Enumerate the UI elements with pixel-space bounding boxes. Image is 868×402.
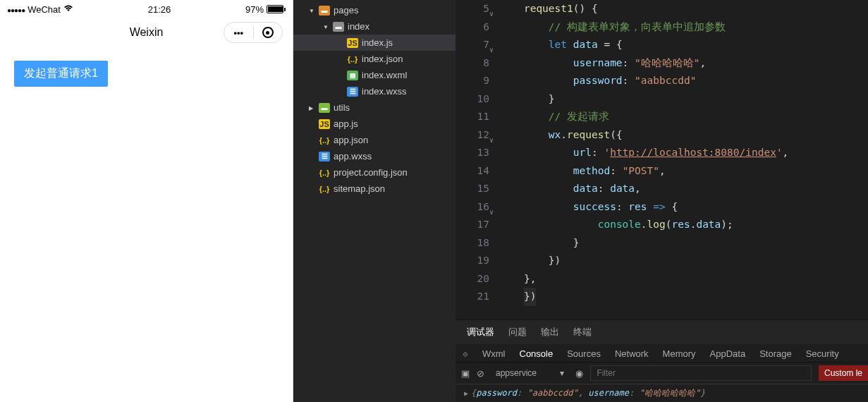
toggle-sidebar-icon[interactable]: ▣ [461,368,470,379]
folder-icon: ▬ [333,22,344,32]
execution-context-select[interactable]: appservice ▾ [491,367,568,379]
line-number-gutter: 5∨67∨89101112∨13141516∨1718192021 [456,0,499,319]
expand-arrow-icon[interactable]: ▶ [464,389,471,397]
code-line[interactable]: } [499,90,868,109]
file-tree-item[interactable]: ☰app.wxss [293,148,456,164]
live-expression-icon[interactable]: ◉ [575,368,583,379]
file-explorer[interactable]: ▬pages▬indexJSindex.js{..}index.json▤ind… [293,0,456,402]
devtools-tab[interactable]: Console [520,348,554,359]
editor-area: 5∨67∨89101112∨13141516∨1718192021 reques… [456,0,868,402]
tree-arrow-icon[interactable] [309,104,319,111]
file-tree-item[interactable]: ▬utils [293,99,456,116]
devtools-tab[interactable]: Memory [663,348,696,359]
capsule-close-icon[interactable] [254,27,283,38]
code-line[interactable]: username: "哈哈哈哈哈", [499,54,868,73]
filter-input[interactable] [590,365,812,381]
file-tree-item[interactable]: JSindex.js [293,35,456,51]
code-line[interactable]: password: "aabbccdd" [499,72,868,90]
code-line[interactable]: } [499,234,868,252]
file-name: utils [334,102,350,113]
code-line[interactable]: wx.request({ [499,126,868,145]
element-picker-icon[interactable]: ⟐ [463,348,468,359]
tree-arrow-icon[interactable] [323,23,333,30]
carrier-label: WeChat [27,4,61,15]
status-time: 21:26 [148,4,171,15]
signal-dots-icon [7,4,25,15]
code-line[interactable]: }) [499,252,868,270]
debug-category-tab[interactable]: 问题 [508,326,527,339]
file-name: app.js [334,118,358,129]
devtools-tab[interactable]: Wxml [482,348,506,359]
wxml-icon: ▤ [347,71,358,80]
file-name: index.js [362,37,393,48]
code-content[interactable]: request1() { // 构建表单对象，向表单中追加参数 let data… [499,0,868,319]
file-tree-item[interactable]: ▤index.wxml [293,67,456,83]
code-line[interactable]: }, [499,270,868,288]
console-filter-bar: ▣ ⊘ appservice ▾ ◉ Custom le [456,363,868,384]
capsule-more-icon[interactable]: ••• [224,28,253,38]
code-editor[interactable]: 5∨67∨89101112∨13141516∨1718192021 reques… [456,0,868,319]
devtools-tab[interactable]: Security [806,348,839,359]
battery-percent: 97% [245,4,264,15]
log-levels-button[interactable]: Custom le [819,365,868,381]
file-name: app.json [334,135,368,145]
devtools-tabs[interactable]: ⟐WxmlConsoleSourcesNetworkMemoryAppDataS… [456,344,868,363]
file-name: pages [334,5,358,16]
fold-icon[interactable]: ∨ [489,131,494,150]
file-name: index [348,21,369,32]
json-icon: {..} [347,54,358,64]
file-tree-item[interactable]: {..}sitemap.json [293,181,456,197]
devtools-tab[interactable]: Sources [567,348,601,359]
code-line[interactable]: request1() { [499,0,868,18]
json-icon: {..} [319,184,330,194]
debug-category-tab[interactable]: 调试器 [467,326,494,339]
devtools-tab[interactable]: Storage [759,348,792,359]
file-tree-item[interactable]: ▬pages [293,2,456,18]
json-icon: {..} [319,135,330,145]
js-icon: JS [347,38,358,48]
debug-category-tab[interactable]: 输出 [541,326,559,339]
code-line[interactable]: // 发起请求 [499,108,868,126]
file-tree-item[interactable]: {..}index.json [293,51,456,67]
file-tree-item[interactable]: {..}app.json [293,132,456,148]
code-line[interactable]: data: data, [499,180,868,198]
tree-arrow-icon[interactable] [309,6,319,14]
file-name: sitemap.json [334,183,385,194]
code-line[interactable]: let data = { [499,36,868,54]
file-name: index.json [362,54,403,64]
console-output[interactable]: ▶{password: "aabbccdd", username: "哈哈哈哈哈… [456,384,868,402]
page-title: Weixin [130,26,164,39]
code-line[interactable]: url: 'http://localhost:8080/index', [499,144,868,162]
js-icon: JS [319,119,330,129]
debugger-panel: 调试器问题输出终端 ⟐WxmlConsoleSourcesNetworkMemo… [456,319,868,402]
clear-console-icon[interactable]: ⊘ [477,368,484,379]
code-line[interactable]: console.log(res.data); [499,216,868,234]
wifi-icon [63,4,73,14]
phone-simulator: WeChat 21:26 97% Weixin ••• 发起普通请求1 [0,0,293,402]
folder-g-icon: ▬ [319,103,330,113]
devtools-tab[interactable]: Network [615,348,649,359]
fold-icon[interactable]: ∨ [489,5,494,23]
file-tree-item[interactable]: {..}project.config.json [293,164,456,181]
file-tree-item[interactable]: JSapp.js [293,116,456,132]
file-tree-item[interactable]: ☰index.wxss [293,83,456,99]
fold-icon[interactable]: ∨ [489,41,494,59]
file-tree-item[interactable]: ▬index [293,18,456,35]
battery-icon [267,5,286,13]
fold-icon[interactable]: ∨ [489,203,494,221]
devtools-tab[interactable]: AppData [710,348,746,359]
file-name: index.wxss [362,86,407,97]
capsule-menu[interactable]: ••• [224,22,283,43]
file-name: app.wxss [334,151,372,162]
request-button[interactable]: 发起普通请求1 [14,61,108,87]
phone-page-body: 发起普通请求1 [0,47,293,402]
code-line[interactable]: success: res => { [499,198,868,217]
wxss-icon: ☰ [347,87,358,97]
folder-o-icon: ▬ [319,6,330,16]
file-name: project.config.json [334,167,408,178]
code-line[interactable]: method: "POST", [499,162,868,181]
code-line[interactable]: }) [499,288,868,306]
debug-category-tab[interactable]: 终端 [573,326,592,339]
code-line[interactable]: // 构建表单对象，向表单中追加参数 [499,18,868,37]
debug-category-tabs[interactable]: 调试器问题输出终端 [456,320,868,344]
